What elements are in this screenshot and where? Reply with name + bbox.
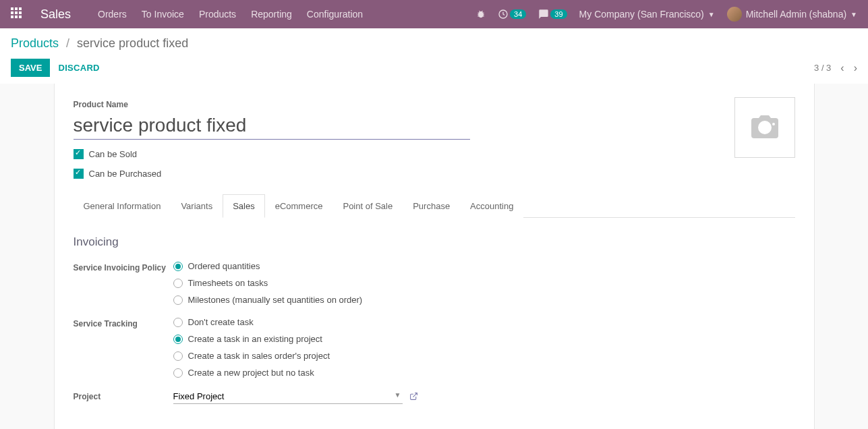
radio-timesheets[interactable] bbox=[173, 279, 183, 288]
breadcrumb-parent[interactable]: Products bbox=[11, 36, 59, 50]
radio-label: Create a new project but no task bbox=[188, 368, 314, 378]
invoicing-policy-option-ordered[interactable]: Ordered quantities bbox=[173, 261, 363, 271]
radio-milestones[interactable] bbox=[173, 295, 183, 305]
tab-purchase[interactable]: Purchase bbox=[403, 194, 460, 218]
invoicing-policy-option-milestones[interactable]: Milestones (manually set quantities on o… bbox=[173, 295, 363, 305]
invoicing-policy-label: Service Invoicing Policy bbox=[74, 261, 173, 274]
invoicing-policy-option-timesheets[interactable]: Timesheets on tasks bbox=[173, 278, 363, 288]
user-name: Mitchell Admin (shabna) bbox=[746, 9, 846, 20]
breadcrumb: Products / service product fixed bbox=[11, 36, 857, 51]
radio-label: Ordered quantities bbox=[188, 261, 260, 271]
tab-general-information[interactable]: General Information bbox=[74, 194, 171, 218]
project-field: ▼ bbox=[173, 390, 418, 404]
activities-icon[interactable]: 34 bbox=[498, 9, 526, 20]
messages-badge: 39 bbox=[550, 9, 567, 19]
service-tracking-option-existing-project[interactable]: Create a task in an existing project bbox=[173, 334, 330, 344]
tab-accounting[interactable]: Accounting bbox=[460, 194, 523, 218]
nav-link-reporting[interactable]: Reporting bbox=[251, 9, 292, 20]
can-be-sold-row: Can be Sold bbox=[74, 149, 795, 159]
breadcrumb-current: service product fixed bbox=[77, 36, 188, 50]
action-bar: SAVE DISCARD 3 / 3 ‹ › bbox=[0, 51, 868, 84]
can-be-sold-label: Can be Sold bbox=[89, 149, 138, 159]
caret-down-icon: ▼ bbox=[708, 11, 715, 18]
nav-link-to-invoice[interactable]: To Invoice bbox=[142, 9, 184, 20]
app-title: Sales bbox=[40, 7, 71, 22]
form-sheet: Product Name Can be Sold Can be Purchase… bbox=[54, 84, 815, 429]
invoicing-policy-row: Service Invoicing Policy Ordered quantit… bbox=[74, 261, 795, 305]
top-nav: Sales Orders To Invoice Products Reporti… bbox=[0, 0, 868, 28]
product-image-upload[interactable] bbox=[734, 97, 795, 158]
caret-down-icon: ▼ bbox=[850, 11, 857, 18]
radio-label: Don't create task bbox=[188, 317, 254, 327]
service-tracking-row: Service Tracking Don't create task Creat… bbox=[74, 317, 795, 378]
nav-link-products[interactable]: Products bbox=[199, 9, 236, 20]
discard-button[interactable]: DISCARD bbox=[58, 63, 99, 73]
project-input[interactable] bbox=[173, 390, 403, 404]
sheet-wrap: Product Name Can be Sold Can be Purchase… bbox=[0, 84, 868, 429]
nav-right: 34 39 My Company (San Francisco) ▼ Mitch… bbox=[476, 7, 857, 22]
apps-icon[interactable] bbox=[11, 7, 24, 21]
messages-icon[interactable]: 39 bbox=[538, 9, 567, 20]
can-be-purchased-label: Can be Purchased bbox=[89, 169, 162, 179]
external-link-icon[interactable] bbox=[409, 392, 418, 403]
pager-prev-icon[interactable]: ‹ bbox=[840, 62, 844, 74]
breadcrumb-separator: / bbox=[66, 36, 69, 50]
bug-icon[interactable] bbox=[476, 9, 486, 19]
tab-ecommerce[interactable]: eCommerce bbox=[265, 194, 333, 218]
service-tracking-group: Don't create task Create a task in an ex… bbox=[173, 317, 330, 378]
project-label: Project bbox=[74, 390, 173, 403]
can-be-purchased-row: Can be Purchased bbox=[74, 169, 795, 179]
tab-point-of-sale[interactable]: Point of Sale bbox=[332, 194, 403, 218]
nav-link-orders[interactable]: Orders bbox=[98, 9, 127, 20]
radio-label: Create a task in an existing project bbox=[188, 334, 322, 344]
radio-existing-project[interactable] bbox=[173, 335, 183, 344]
user-menu[interactable]: Mitchell Admin (shabna) ▼ bbox=[727, 7, 857, 22]
company-name: My Company (San Francisco) bbox=[579, 9, 704, 20]
radio-no-task[interactable] bbox=[173, 318, 183, 327]
nav-links: Orders To Invoice Products Reporting Con… bbox=[98, 9, 476, 20]
avatar bbox=[727, 7, 742, 22]
service-tracking-option-new-project[interactable]: Create a new project but no task bbox=[173, 368, 330, 378]
pager-text: 3 / 3 bbox=[814, 63, 831, 73]
service-tracking-option-none[interactable]: Don't create task bbox=[173, 317, 330, 327]
project-row: Project ▼ bbox=[74, 390, 795, 404]
can-be-sold-checkbox[interactable] bbox=[74, 149, 84, 159]
service-tracking-option-so-project[interactable]: Create a task in sales order's project bbox=[173, 351, 330, 361]
tab-variants[interactable]: Variants bbox=[171, 194, 223, 218]
section-invoicing-title: Invoicing bbox=[74, 235, 795, 249]
radio-label: Milestones (manually set quantities on o… bbox=[188, 295, 363, 305]
save-button[interactable]: SAVE bbox=[11, 59, 50, 77]
radio-label: Timesheets on tasks bbox=[188, 278, 268, 288]
product-name-input[interactable] bbox=[74, 113, 470, 140]
breadcrumb-bar: Products / service product fixed bbox=[0, 28, 868, 51]
nav-link-configuration[interactable]: Configuration bbox=[307, 9, 363, 20]
radio-new-project[interactable] bbox=[173, 368, 183, 378]
service-tracking-label: Service Tracking bbox=[74, 317, 173, 330]
product-name-label: Product Name bbox=[74, 100, 795, 109]
company-switcher[interactable]: My Company (San Francisco) ▼ bbox=[579, 9, 715, 20]
tabs: General Information Variants Sales eComm… bbox=[74, 194, 795, 218]
invoicing-policy-group: Ordered quantities Timesheets on tasks M… bbox=[173, 261, 363, 305]
pager: 3 / 3 ‹ › bbox=[814, 62, 857, 74]
tab-content-sales: Invoicing Service Invoicing Policy Order… bbox=[74, 218, 795, 404]
tab-sales[interactable]: Sales bbox=[223, 194, 265, 218]
pager-next-icon[interactable]: › bbox=[854, 62, 857, 74]
radio-label: Create a task in sales order's project bbox=[188, 351, 330, 361]
radio-so-project[interactable] bbox=[173, 351, 183, 361]
can-be-purchased-checkbox[interactable] bbox=[74, 169, 84, 179]
radio-ordered-quantities[interactable] bbox=[173, 262, 183, 271]
activities-badge: 34 bbox=[510, 9, 526, 19]
